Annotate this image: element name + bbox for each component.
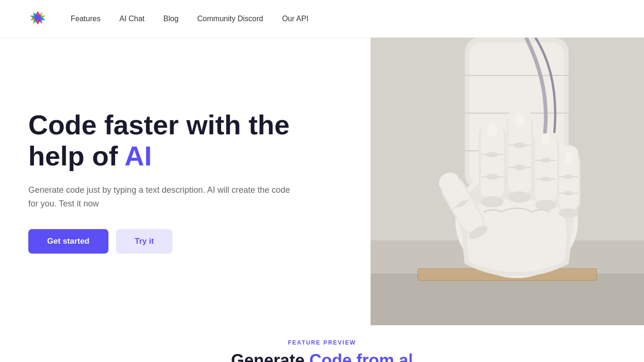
feature-title-cursor: | <box>408 351 413 362</box>
hero-description: Generate code just by typing a text desc… <box>28 183 292 211</box>
feature-title-code: Code from a <box>309 351 408 362</box>
nav-link-blog[interactable]: Blog <box>164 15 179 23</box>
hero-image <box>371 38 644 325</box>
svg-point-39 <box>535 200 557 210</box>
svg-point-33 <box>564 191 573 196</box>
svg-point-40 <box>540 158 552 163</box>
hero-section: Code faster with the help of AI Generate… <box>0 38 644 325</box>
hero-buttons: Get started Try it <box>28 229 311 254</box>
navbar: Features AI Chat Blog Community Discord … <box>0 0 644 38</box>
get-started-button[interactable]: Get started <box>28 229 108 254</box>
hero-title-ai: AI <box>124 140 152 171</box>
svg-point-48 <box>513 142 526 148</box>
nav-item-blog[interactable]: Blog <box>164 15 179 23</box>
nav-item-api[interactable]: Our API <box>282 15 308 23</box>
svg-point-41 <box>540 177 552 181</box>
svg-point-47 <box>508 191 531 203</box>
nav-item-features[interactable]: Features <box>71 15 100 23</box>
feature-preview-section: FEATURE PREVIEW Generate Code from a| <box>0 325 644 362</box>
svg-point-57 <box>486 174 498 180</box>
hero-content: Code faster with the help of AI Generate… <box>0 38 339 325</box>
nav-links: Features AI Chat Blog Community Discord … <box>71 15 308 23</box>
nav-item-ai-chat[interactable]: AI Chat <box>119 15 144 23</box>
svg-point-55 <box>481 196 504 207</box>
logo-icon <box>28 9 47 28</box>
svg-rect-16 <box>371 273 644 325</box>
logo[interactable] <box>28 9 47 28</box>
nav-link-features[interactable]: Features <box>71 15 100 23</box>
nav-item-discord[interactable]: Community Discord <box>198 15 264 23</box>
svg-point-65 <box>487 123 497 137</box>
hero-title-help: help of <box>28 140 124 171</box>
feature-preview-label: FEATURE PREVIEW <box>288 339 356 346</box>
svg-point-67 <box>565 152 572 164</box>
feature-preview-title: Generate Code from a| <box>231 351 413 362</box>
svg-point-66 <box>542 133 550 145</box>
try-it-button[interactable]: Try it <box>116 229 173 254</box>
nav-link-ai-chat[interactable]: AI Chat <box>119 15 144 23</box>
svg-point-56 <box>486 152 498 157</box>
svg-point-31 <box>559 208 578 218</box>
svg-point-64 <box>515 113 524 127</box>
nav-link-discord[interactable]: Community Discord <box>198 15 264 23</box>
svg-point-32 <box>564 174 573 179</box>
nav-link-api[interactable]: Our API <box>282 15 308 23</box>
hero-title: Code faster with the help of AI <box>28 109 311 172</box>
robot-hand-illustration <box>371 38 644 325</box>
hero-title-line2: help of AI <box>28 140 152 171</box>
hero-title-line1: Code faster with the <box>28 109 289 140</box>
svg-point-49 <box>513 165 526 170</box>
feature-title-generate: Generate <box>231 351 309 362</box>
